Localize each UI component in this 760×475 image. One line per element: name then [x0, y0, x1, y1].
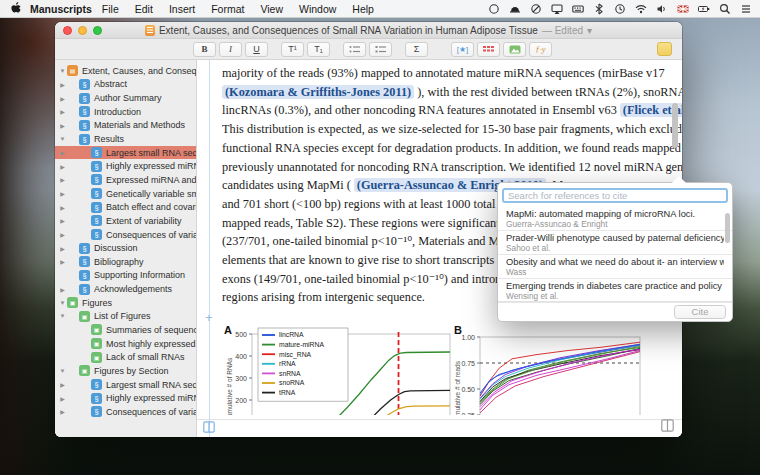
app-menu-title[interactable]: Manuscripts	[30, 3, 92, 15]
close-button[interactable]	[63, 26, 72, 35]
citation-result[interactable]: Obesity and what we need do about it- an…	[498, 255, 732, 279]
page-view-toggle-right-icon[interactable]	[661, 419, 674, 432]
insert-image-button[interactable]	[503, 42, 526, 57]
page-view-toggle-left-icon[interactable]	[203, 421, 215, 433]
battery-icon[interactable]	[698, 3, 710, 15]
menu-item-help[interactable]: Help	[352, 3, 374, 15]
disclosure-closed-icon[interactable]: ▶	[58, 286, 67, 293]
minimize-button[interactable]	[78, 26, 87, 35]
insert-equation-button[interactable]: ƒ·y	[529, 42, 552, 57]
editor-line[interactable]: functional RNA species except for degrad…	[222, 139, 682, 158]
citation-chip[interactable]: (Kozomara & Griffiths-Jones 2011)	[222, 85, 414, 99]
notification-center-icon[interactable]	[740, 3, 752, 15]
insert-table-button[interactable]	[477, 42, 500, 57]
sidebar-item[interactable]: ▶§Author Summary	[55, 91, 196, 105]
sidebar-item[interactable]: ▶§Bibliography	[55, 255, 196, 269]
sidebar-item[interactable]: ▶§Discussion	[55, 241, 196, 255]
citation-result[interactable]: Emerging trends in diabetes care practic…	[498, 279, 732, 303]
time-machine-icon[interactable]	[614, 3, 626, 15]
sidebar-item[interactable]: ▶§Consequences of variability	[55, 405, 196, 419]
do-not-disturb-icon[interactable]	[530, 3, 542, 15]
menu-item-edit[interactable]: Edit	[135, 3, 153, 15]
disclosure-open-icon[interactable]: ▼	[58, 313, 67, 319]
disclosure-closed-icon[interactable]: ▶	[58, 395, 67, 402]
disclosure-closed-icon[interactable]: ▶	[58, 204, 67, 211]
spotlight-icon[interactable]	[719, 3, 731, 15]
equation-sigma-button[interactable]: Σ	[405, 42, 428, 57]
italic-button[interactable]: I	[219, 42, 242, 57]
menu-item-view[interactable]: View	[260, 3, 283, 15]
disclosure-closed-icon[interactable]: ▶	[58, 163, 67, 170]
disclosure-open-icon[interactable]: ▼	[58, 300, 67, 306]
airplay-icon[interactable]	[551, 3, 563, 15]
disclosure-closed-icon[interactable]: ▶	[58, 81, 67, 88]
editor-line[interactable]: (Kozomara & Griffiths-Jones 2011) ), wit…	[222, 83, 682, 102]
bullet-list-button[interactable]	[343, 42, 366, 57]
sidebar-item[interactable]: ▶§Abstract	[55, 78, 196, 92]
editor-scrollbar[interactable]	[672, 103, 678, 148]
sidebar-item[interactable]: ▣Summaries of sequenced small...	[55, 323, 196, 337]
menu-item-window[interactable]: Window	[299, 3, 336, 15]
sidebar-item[interactable]: §Supporting Information	[55, 269, 196, 283]
menu-item-file[interactable]: File	[102, 3, 119, 15]
menu-item-format[interactable]: Format	[211, 3, 244, 15]
disclosure-closed-icon[interactable]: ▶	[58, 381, 67, 388]
sidebar-item[interactable]: ▶§Largest small RNA sequencing...	[55, 378, 196, 392]
disclosure-open-icon[interactable]: ▼	[58, 68, 67, 74]
menu-item-insert[interactable]: Insert	[169, 3, 195, 15]
sidebar-item[interactable]: ▶§Genetically variable small RNAs...	[55, 187, 196, 201]
sidebar-item[interactable]: ▶§Materials and Methods	[55, 119, 196, 133]
apple-menu-icon[interactable]	[8, 2, 24, 15]
disclosure-closed-icon[interactable]: ▶	[58, 108, 67, 115]
hat-icon[interactable]	[509, 3, 521, 15]
citation-search-input[interactable]	[502, 188, 728, 203]
popup-scrollbar[interactable]	[725, 213, 730, 243]
disclosure-open-icon[interactable]: ▼	[58, 136, 67, 142]
sidebar-item[interactable]: ▶§Batch effect and covariates hav...	[55, 200, 196, 214]
sidebar-item[interactable]: ▼§Results	[55, 132, 196, 146]
sidebar-item[interactable]: ▼▣List of Figures	[55, 310, 196, 324]
numbered-list-button[interactable]	[369, 42, 392, 57]
circle-icon[interactable]	[488, 3, 500, 15]
disclosure-closed-icon[interactable]: ▶	[58, 190, 67, 197]
sidebar-item[interactable]: ▶§Highly expressed miRNAs are i...	[55, 391, 196, 405]
input-source-flag-icon[interactable]	[677, 3, 689, 15]
cite-button[interactable]: Cite	[674, 305, 726, 319]
disclosure-closed-icon[interactable]: ▶	[58, 245, 67, 252]
disclosure-closed-icon[interactable]: ▶	[58, 408, 67, 415]
disclosure-closed-icon[interactable]: ▶	[58, 149, 67, 156]
title-bar[interactable]: Extent, Causes, and Consequences of Smal…	[55, 22, 682, 39]
disclosure-open-icon[interactable]: ▼	[58, 368, 67, 374]
disclosure-closed-icon[interactable]: ▶	[58, 231, 67, 238]
sidebar-item[interactable]: ▣Most highly expressed and mo...	[55, 337, 196, 351]
sidebar-item[interactable]: ▶§Introduction	[55, 105, 196, 119]
sidebar-item[interactable]: ▶§Acknowledgements	[55, 282, 196, 296]
bold-button[interactable]: B	[193, 42, 216, 57]
sidebar-item[interactable]: ▶§Consequences of variability	[55, 228, 196, 242]
insert-citation-button[interactable]: [★]	[451, 42, 474, 57]
document-proxy-icon[interactable]	[145, 25, 155, 36]
disclosure-closed-icon[interactable]: ▶	[58, 176, 67, 183]
sidebar-item[interactable]: ▶§Highly expressed miRNAs are i...	[55, 159, 196, 173]
sidebar-item[interactable]: ▶§Extent of variability	[55, 214, 196, 228]
citation-result[interactable]: MapMi: automated mapping of microRNA loc…	[498, 207, 732, 231]
bluetooth-icon[interactable]	[593, 3, 605, 15]
sidebar-item[interactable]: ▼▣Figures by Section	[55, 364, 196, 378]
wifi-icon[interactable]	[635, 3, 647, 15]
sidebar-item[interactable]: ▶§Largest small RNA sequencing...	[55, 146, 196, 160]
citation-result[interactable]: Prader-Willi phenotype caused by paterna…	[498, 231, 732, 255]
underline-button[interactable]: U	[245, 42, 268, 57]
title-chevron-icon[interactable]: ▾	[587, 25, 592, 36]
disclosure-closed-icon[interactable]: ▶	[58, 258, 67, 265]
volume-icon[interactable]	[656, 3, 668, 15]
sidebar-item[interactable]: ▼▤Extent, Causes, and Consequ...	[55, 64, 196, 78]
superscript-button[interactable]: T¹	[281, 42, 304, 57]
disclosure-closed-icon[interactable]: ▶	[58, 122, 67, 129]
editor-line[interactable]: This distribution is expected, as we siz…	[222, 120, 682, 139]
disclosure-closed-icon[interactable]: ▶	[58, 217, 67, 224]
subscript-button[interactable]: T₁	[307, 42, 330, 57]
editor-line[interactable]: lincRNAs (0.3%), and other noncoding RNA…	[222, 101, 682, 120]
editor-line[interactable]: previously unannotated for noncoding RNA…	[222, 158, 682, 177]
zoom-button[interactable]	[93, 26, 102, 35]
keyboard-icon[interactable]	[572, 3, 584, 15]
